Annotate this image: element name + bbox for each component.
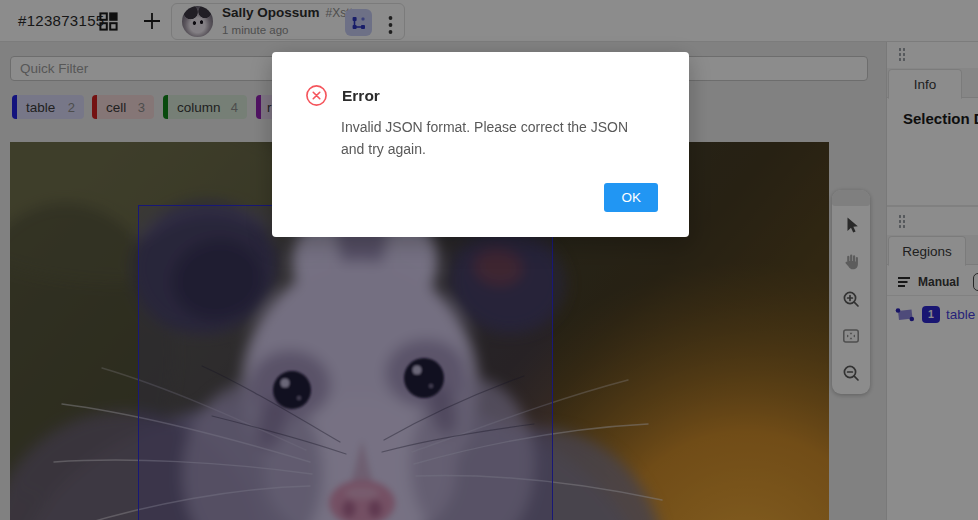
modal-header: Error — [305, 84, 380, 107]
modal-title: Error — [342, 87, 380, 105]
error-icon — [305, 84, 328, 107]
modal-message: Invalid JSON format. Please correct the … — [341, 116, 653, 160]
ok-button[interactable]: OK — [604, 183, 658, 212]
error-modal: Error Invalid JSON format. Please correc… — [272, 52, 689, 237]
